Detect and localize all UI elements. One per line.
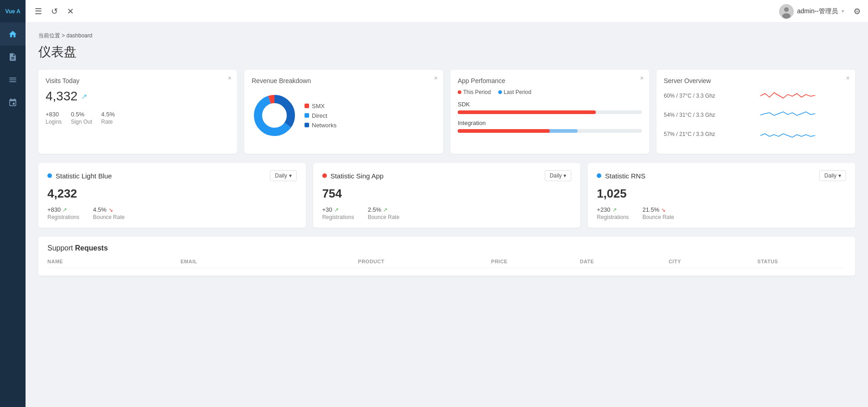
stat-title-2: Statistic Sing App: [322, 172, 384, 180]
stat-title-3: Statistic RNS: [597, 172, 645, 180]
perf-title: App Perfomance: [458, 77, 642, 84]
arrow-up-icon-2: ↗: [334, 207, 339, 213]
stat-metrics-3: +230 ↗ Registrations 21.5% ↘ Bounce Rate: [597, 206, 846, 220]
svg-point-1: [784, 7, 789, 12]
stat-metrics-1: +830 ↗ Registrations 4.5% ↘ Bounce Rate: [47, 206, 297, 220]
user-name: admin--管理员: [797, 7, 838, 16]
revenue-card: × Revenue Breakdown: [244, 70, 443, 154]
smx-dot: [305, 104, 309, 108]
sidebar-item-document[interactable]: [0, 46, 26, 68]
stat-metrics-2: +30 ↗ Registrations 2.5% ↗ Bounce Rate: [322, 206, 572, 220]
perf-sdk: SDK: [458, 101, 642, 114]
legend-direct: Direct: [305, 112, 336, 119]
arrow-down-icon: ↘: [108, 207, 113, 213]
main-content: ☰ ↺ ✕ admin--管理员 ▾ ⚙ 当前位置 > dashboard 仪表…: [26, 0, 868, 407]
stat-value-2: 754: [322, 187, 572, 201]
visits-stat-logins: +830 Logins: [46, 111, 62, 125]
topbar: ☰ ↺ ✕ admin--管理员 ▾ ⚙: [26, 0, 868, 23]
stats-row: Statistic Light Blue Daily ▾ 4,232 +830 …: [38, 163, 855, 228]
stat-header-1: Statistic Light Blue Daily ▾: [47, 170, 297, 181]
sidebar-item-chart[interactable]: [0, 91, 26, 114]
sparkline-3: [728, 127, 848, 141]
stat-metric-1-1: 4.5% ↘ Bounce Rate: [93, 206, 124, 220]
stat-value-3: 1,025: [597, 187, 846, 201]
sidebar-item-menu[interactable]: [0, 68, 26, 91]
arrow-up-icon-4: ↗: [612, 207, 617, 213]
legend-networks: Networks: [305, 122, 336, 129]
direct-dot: [305, 113, 309, 118]
revenue-title: Revenue Breakdown: [252, 77, 436, 84]
content-area: 当前位置 > dashboard 仪表盘 × Visits Today 4,33…: [26, 23, 868, 407]
stat-dot-3: [597, 173, 601, 178]
stat-metric-2-0: +30 ↗ Registrations: [322, 206, 354, 220]
stat-header-2: Statistic Sing App Daily ▾: [322, 170, 572, 181]
visits-stats: +830 Logins 0.5% Sign Out 4.5% Rate: [46, 111, 230, 125]
perf-legend: This Period Last Period: [458, 89, 642, 95]
cards-row: × Visits Today 4,332 ↗ +830 Logins 0.5% …: [38, 70, 855, 154]
server-row-3: 57% / 21°C / 3.3 Ghz: [664, 127, 848, 141]
menu-icon[interactable]: ☰: [33, 5, 44, 18]
close-icon[interactable]: ✕: [65, 5, 76, 18]
breadcrumb: 当前位置 > dashboard: [38, 32, 855, 40]
visits-title: Visits Today: [46, 77, 230, 84]
stat-title-1: Statistic Light Blue: [47, 172, 112, 180]
gear-icon[interactable]: ⚙: [853, 6, 861, 16]
stat-metric-2-1: 2.5% ↗ Bounce Rate: [368, 206, 399, 220]
visits-card: × Visits Today 4,332 ↗ +830 Logins 0.5% …: [38, 70, 237, 154]
daily-btn-2[interactable]: Daily ▾: [545, 170, 572, 181]
server-row-2: 54% / 31°C / 3.3 Ghz: [664, 108, 848, 122]
visits-value: 4,332 ↗: [46, 89, 230, 104]
arrow-down-icon-2: ↘: [661, 207, 666, 213]
stat-header-3: Statistic RNS Daily ▾: [597, 170, 846, 181]
daily-btn-3[interactable]: Daily ▾: [819, 170, 846, 181]
avatar: [779, 4, 794, 19]
stat-card-sing-app: Statistic Sing App Daily ▾ 754 +30 ↗ Reg…: [313, 163, 581, 228]
revenue-legend: SMX Direct Networks: [305, 103, 336, 129]
refresh-icon[interactable]: ↺: [49, 5, 60, 18]
networks-dot: [305, 123, 309, 127]
stat-card-light-blue: Statistic Light Blue Daily ▾ 4,232 +830 …: [38, 163, 306, 228]
perf-card: × App Perfomance This Period Last Period…: [450, 70, 649, 154]
support-card: Support Requests NAME EMAIL PRODUCT PRIC…: [38, 237, 855, 276]
server-title: Server Overview: [664, 77, 848, 84]
perf-close[interactable]: ×: [640, 74, 644, 82]
sidebar-item-home[interactable]: [0, 23, 26, 46]
visits-stat-signout: 0.5% Sign Out: [71, 111, 92, 125]
visits-close[interactable]: ×: [228, 74, 232, 82]
svg-point-2: [782, 13, 790, 19]
stat-metric-3-0: +230 ↗ Registrations: [597, 206, 629, 220]
sparkline-1: [728, 89, 848, 103]
stat-dot-2: [322, 173, 327, 178]
stat-card-rns: Statistic RNS Daily ▾ 1,025 +230 ↗ Regis…: [588, 163, 855, 228]
sidebar-logo: Vue A: [0, 0, 26, 23]
donut-chart: [252, 93, 297, 138]
revenue-close[interactable]: ×: [434, 74, 438, 82]
stat-metric-1-0: +830 ↗ Registrations: [47, 206, 79, 220]
perf-integration: Integration: [458, 120, 642, 133]
daily-btn-1[interactable]: Daily ▾: [270, 170, 297, 181]
user-menu[interactable]: admin--管理员 ▾: [779, 4, 844, 19]
revenue-body: SMX Direct Networks: [252, 93, 436, 138]
server-card: × Server Overview 60% / 37°C / 3.3 Ghz 5…: [656, 70, 855, 154]
sparkline-2: [728, 108, 848, 122]
page-title: 仪表盘: [38, 43, 855, 61]
visits-stat-rate: 4.5% Rate: [101, 111, 115, 125]
user-chevron: ▾: [842, 8, 844, 14]
stat-metric-3-1: 21.5% ↘ Bounce Rate: [642, 206, 674, 220]
visits-arrow-icon: ↗: [81, 92, 87, 101]
arrow-up-icon-3: ↗: [383, 207, 388, 213]
stat-dot-1: [47, 173, 52, 178]
sidebar: Vue A: [0, 0, 26, 407]
support-title: Support Requests: [47, 244, 846, 252]
table-header: NAME EMAIL PRODUCT PRICE DATE CITY STATU…: [47, 259, 846, 268]
stat-value-1: 4,232: [47, 187, 297, 201]
legend-smx: SMX: [305, 103, 336, 110]
server-close[interactable]: ×: [846, 74, 850, 82]
server-row-1: 60% / 37°C / 3.3 Ghz: [664, 89, 848, 103]
arrow-up-icon: ↗: [62, 207, 67, 213]
